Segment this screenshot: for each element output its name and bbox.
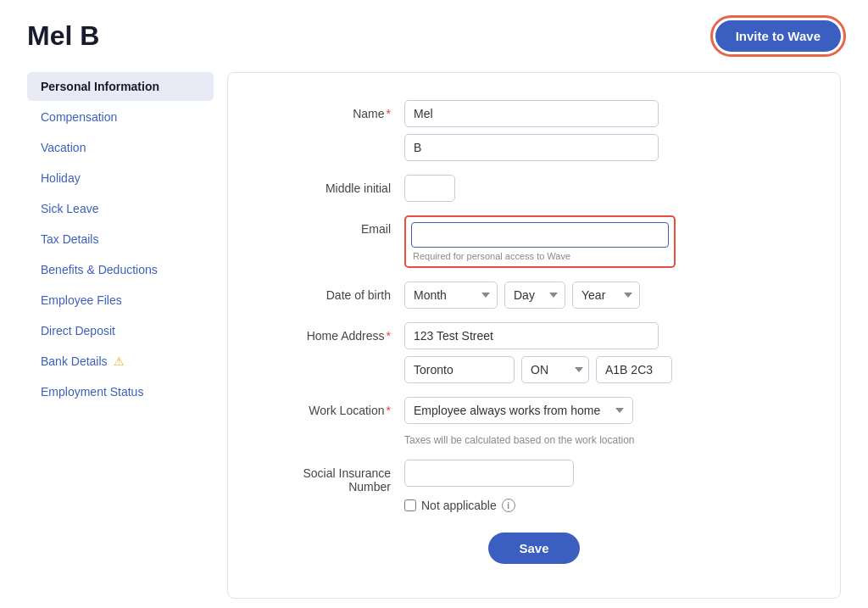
email-row: Email Required for personal access to Wa… <box>269 215 799 268</box>
sidebar-item-employment-status[interactable]: Employment Status <box>27 377 214 406</box>
save-button[interactable]: Save <box>488 533 579 564</box>
dob-fields: Month JanuaryFebruaryMarch AprilMayJune … <box>404 282 799 309</box>
postal-input[interactable] <box>596 356 672 383</box>
sidebar-item-personal-information[interactable]: Personal Information <box>27 72 214 101</box>
home-address-label: Home Address* <box>269 322 404 343</box>
page-title: Mel B <box>27 20 99 52</box>
work-location-row: Work Location* Employee always works fro… <box>269 397 799 446</box>
not-applicable-checkbox[interactable] <box>404 499 416 511</box>
sin-row: Social Insurance Number Not applicable i <box>269 460 799 512</box>
not-applicable-info-icon[interactable]: i <box>502 499 515 512</box>
page-header: Mel B Invite to Wave <box>27 20 841 52</box>
city-input[interactable] <box>404 356 515 383</box>
middle-initial-row: Middle initial <box>269 175 799 202</box>
content-area: Personal Information Compensation Vacati… <box>27 72 841 599</box>
work-location-fields: Employee always works from home Office H… <box>404 397 799 446</box>
name-label: Name* <box>269 100 404 120</box>
sidebar-item-direct-deposit[interactable]: Direct Deposit <box>27 316 214 345</box>
name-row: Name* <box>269 100 799 161</box>
province-select[interactable]: ON ABBCMB NBNLNS PEQCSK <box>521 356 589 383</box>
street-input[interactable] <box>404 322 659 349</box>
sidebar-item-vacation[interactable]: Vacation <box>27 133 214 162</box>
work-location-select[interactable]: Employee always works from home Office H… <box>404 397 633 424</box>
email-helper-text: Required for personal access to Wave <box>411 251 669 261</box>
email-label: Email <box>269 215 404 236</box>
sin-label: Social Insurance Number <box>269 460 404 494</box>
dob-label: Date of birth <box>269 282 404 302</box>
main-panel: Name* Middle initial Email <box>227 72 841 599</box>
sidebar-item-employee-files[interactable]: Employee Files <box>27 286 214 315</box>
not-applicable-row: Not applicable i <box>404 499 799 512</box>
email-fields: Required for personal access to Wave <box>404 215 799 268</box>
work-location-label: Work Location* <box>269 397 404 417</box>
middle-initial-fields <box>404 175 799 202</box>
dob-month-select[interactable]: Month JanuaryFebruaryMarch AprilMayJune … <box>404 282 498 309</box>
sin-fields: Not applicable i <box>404 460 799 512</box>
home-address-row: Home Address* ON ABBCMB NBNLNS PEQCSK <box>269 322 799 383</box>
dob-day-select[interactable]: Day <box>504 282 565 309</box>
name-required-star: * <box>387 107 391 120</box>
email-input[interactable] <box>411 222 669 248</box>
sidebar-item-bank-details[interactable]: Bank Details ⚠ <box>27 347 214 376</box>
work-location-required-star: * <box>387 404 391 417</box>
sin-input[interactable] <box>404 460 574 487</box>
middle-initial-label: Middle initial <box>269 175 404 195</box>
city-province-postal-row: ON ABBCMB NBNLNS PEQCSK <box>404 356 799 383</box>
dob-selects: Month JanuaryFebruaryMarch AprilMayJune … <box>404 282 799 309</box>
sidebar-item-tax-details[interactable]: Tax Details <box>27 225 214 254</box>
home-address-required-star: * <box>387 329 391 343</box>
email-wrapper: Required for personal access to Wave <box>404 215 676 268</box>
last-name-input[interactable] <box>404 134 659 161</box>
sidebar-item-holiday[interactable]: Holiday <box>27 164 214 192</box>
tax-note: Taxes will be calculated based on the wo… <box>404 434 799 446</box>
first-name-input[interactable] <box>404 100 659 127</box>
home-address-fields: ON ABBCMB NBNLNS PEQCSK <box>404 322 799 383</box>
sidebar-item-benefits-deductions[interactable]: Benefits & Deductions <box>27 255 214 284</box>
not-applicable-label: Not applicable <box>421 499 497 512</box>
invite-to-wave-button[interactable]: Invite to Wave <box>715 20 841 52</box>
dob-year-select[interactable]: Year <box>572 282 640 309</box>
save-row: Save <box>269 533 799 564</box>
name-fields <box>404 100 799 161</box>
middle-initial-input[interactable] <box>404 175 455 202</box>
dob-row: Date of birth Month JanuaryFebruaryMarch… <box>269 282 799 309</box>
bank-details-warning-icon: ⚠ <box>114 354 125 368</box>
sidebar-item-sick-leave[interactable]: Sick Leave <box>27 194 214 223</box>
sidebar: Personal Information Compensation Vacati… <box>27 72 214 599</box>
sidebar-item-compensation[interactable]: Compensation <box>27 103 214 131</box>
